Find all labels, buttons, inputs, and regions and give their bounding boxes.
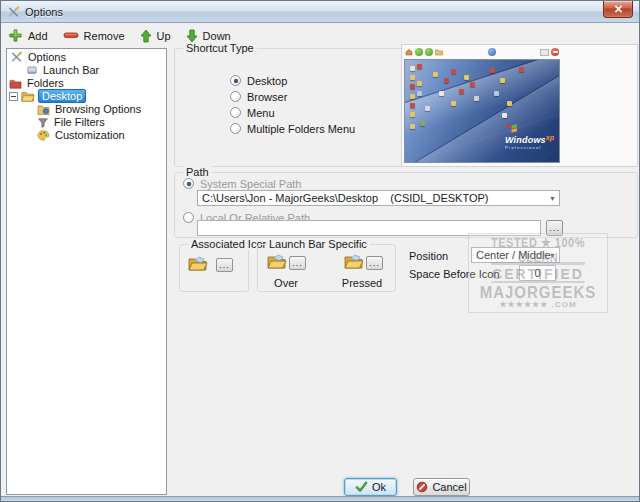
preview-toolbar [403,46,561,58]
pressed-label: Pressed [338,277,386,289]
up-arrow-icon [140,29,152,43]
browse-over-icon-button[interactable]: ... [289,256,306,270]
browsing-options-icon [37,104,50,115]
desktop-shortcut-icon [410,124,415,129]
remove-label: Remove [84,30,125,42]
combo-value: C:\Users\Jon - MajorGeeks\Desktop (CSIDL… [202,192,489,204]
refresh-icon-2[interactable] [425,48,433,56]
launch-bar-specific-group-label: Launch Bar Specific [266,238,370,250]
tree-label: Options [26,51,68,63]
home-icon[interactable] [405,48,413,56]
desktop-shortcut-icon [410,84,415,89]
up-button[interactable]: Up [140,29,171,43]
titlebar[interactable]: Options [1,1,639,23]
xp-logo-brand: Windows [505,135,546,145]
down-button[interactable]: Down [186,29,231,43]
tree-item-browsing-options[interactable]: Browsing Options [7,103,166,115]
desktop-shortcut-icon [519,67,524,72]
tree-item-file-filters[interactable]: File Filters [7,116,166,128]
tree-label: Browsing Options [53,103,143,115]
ellipsis-icon: ... [549,226,560,231]
open-folder-icon[interactable] [188,256,208,272]
open-folder-icon-over[interactable] [267,254,287,270]
radio-desktop[interactable]: Desktop [230,74,287,87]
info-icon[interactable] [488,48,496,56]
tree-item-options[interactable]: Options [7,51,166,63]
options-window: Options Add Remove Up [0,0,640,502]
tree-item-desktop[interactable]: Desktop [7,90,166,102]
desktop-shortcut-icon [451,101,456,106]
radio-browser[interactable]: Browser [230,90,287,103]
add-button[interactable]: Add [8,28,48,43]
tree-item-customization[interactable]: Customization [7,129,166,141]
radio-menu[interactable]: Menu [230,106,275,119]
close-button[interactable] [603,1,633,18]
launch-bar-specific-group: Launch Bar Specific ... Over ... Pressed [257,244,396,292]
desktop-preview-panel: Windowsxp Professional [401,44,638,167]
local-relative-path-input[interactable] [197,220,541,236]
windows-xp-logo: Windowsxp Professional [505,123,554,150]
desktop-shortcut-icon [490,68,495,73]
browse-pressed-icon-button[interactable]: ... [366,256,383,270]
xp-logo-edition: xp [546,134,554,141]
desktop-shortcut-icon [507,101,512,106]
radio-label: System Special Path [200,178,302,190]
radio-system-special-path[interactable]: System Special Path [183,177,302,190]
desktop-shortcut-icon [420,121,425,126]
ellipsis-icon: ... [219,263,230,268]
watermark-line: ★★★★★★ .COM [499,300,576,309]
ok-button[interactable]: Ok [344,478,397,496]
radio-multiple-folders-menu[interactable]: Multiple Folders Menu [230,122,355,135]
desktop-shortcut-icon [410,94,415,99]
down-label: Down [203,30,231,42]
window-title: Options [25,6,63,18]
refresh-icon[interactable] [415,48,423,56]
desktop-shortcut-icon [474,96,479,101]
tree-label: Customization [53,129,127,141]
radio-label: Browser [247,91,287,103]
watermark-line: MAJORGEEKS [480,282,597,302]
space-before-icon-input[interactable]: 0 [519,265,556,281]
tree-label-selected: Desktop [38,89,86,103]
tree-item-folders[interactable]: Folders [7,77,166,89]
folder-small-icon[interactable] [435,48,443,56]
remove-icon [63,31,79,40]
browse-associated-icon-button[interactable]: ... [216,258,233,272]
desktop-shortcut-icon [464,75,469,80]
check-icon [355,481,368,493]
remove-button[interactable]: Remove [63,30,125,42]
tree-label: File Filters [52,116,107,128]
desktop-shortcut-icon [500,78,505,83]
open-folder-icon-pressed[interactable] [344,254,364,270]
desktop-shortcut-icon [425,106,430,111]
combo-value: Center / Middle [476,249,551,261]
desktop-shortcut-icon [410,112,415,117]
chevron-down-icon: ▼ [549,252,556,259]
input-value: 0 [534,267,540,279]
system-special-path-combo[interactable]: C:\Users\Jon - MajorGeeks\Desktop (CSIDL… [197,190,560,206]
position-combo[interactable]: Center / Middle ▼ [471,247,560,263]
desktop-shortcut-icon [494,91,499,96]
xp-wallpaper-preview: Windowsxp Professional [404,59,560,163]
down-arrow-icon [186,29,198,43]
cancel-icon [416,481,428,493]
tree-item-launch-bar[interactable]: Launch Bar [7,64,166,76]
cancel-button[interactable]: Cancel [413,478,470,496]
over-label: Over [264,277,308,289]
desktop-shortcut-icon [410,103,415,108]
stop-icon[interactable] [551,48,559,56]
tree-label: Folders [25,77,66,89]
add-icon [8,28,23,43]
collapse-expander-icon[interactable] [9,92,18,101]
desktop-shortcut-icon [417,91,422,96]
shortcut-type-group-label: Shortcut Type [183,42,257,54]
browse-path-button[interactable]: ... [546,220,563,236]
desktop-shortcut-icon [433,72,438,77]
ellipsis-icon: ... [369,261,380,266]
desktop-shortcut-icon [470,82,475,87]
window-bottom-border [1,496,639,502]
desktop-shortcut-icon [444,78,449,83]
desktop-shortcut-icon [417,81,422,86]
palette-icon [37,130,50,141]
grid-icon[interactable] [540,49,549,56]
